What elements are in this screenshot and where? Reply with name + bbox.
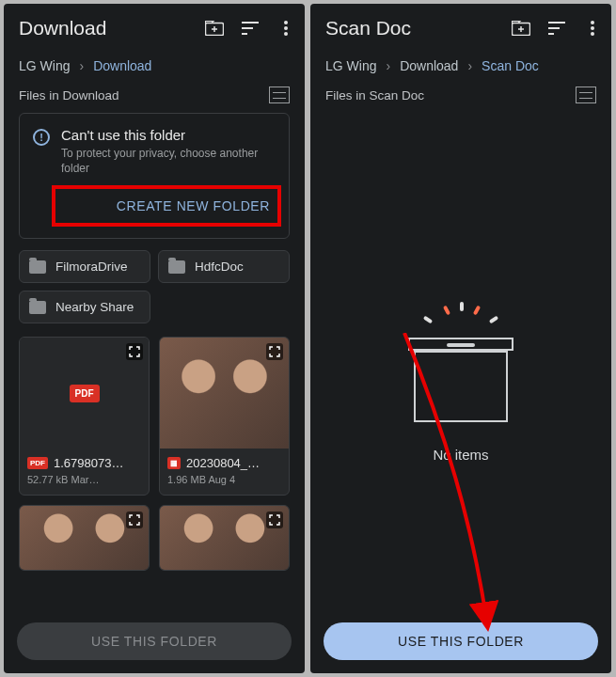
file-type-badge: PDF [27,457,48,469]
overflow-menu-icon[interactable] [583,19,602,38]
breadcrumb-mid[interactable]: Download [400,58,458,73]
breadcrumb: LG Wing › Download [4,53,305,87]
svg-point-3 [284,32,288,36]
folder-chip[interactable]: FilmoraDrive [19,250,150,283]
svg-point-6 [591,26,594,30]
file-name: 20230804_… [186,456,260,470]
svg-point-1 [284,21,288,24]
create-new-folder-button[interactable]: CREATE NEW FOLDER [109,195,277,217]
fullscreen-icon[interactable] [126,512,143,528]
svg-point-7 [591,32,594,36]
folder-name: FilmoraDrive [55,260,128,274]
create-folder-highlight: CREATE NEW FOLDER [52,185,281,227]
file-tile[interactable] [19,505,150,571]
file-picker-scan-doc: Scan Doc LG Wing › Download › Scan Doc F… [310,4,611,673]
privacy-heading: Can't use this folder [61,127,276,143]
folder-icon [29,301,46,314]
breadcrumb-root[interactable]: LG Wing [19,58,70,73]
bottom-bar: USE THIS FOLDER [310,611,611,673]
folder-name: HdfcDoc [195,260,244,274]
folder-chip[interactable]: HdfcDoc [158,250,290,283]
breadcrumb: LG Wing › Download › Scan Doc [310,53,611,87]
pdf-badge-icon: PDF [70,385,100,402]
new-folder-icon[interactable] [512,19,530,38]
file-thumbnail: PDF [20,338,149,449]
file-grid-row2 [19,505,290,571]
file-tile[interactable]: PDF PDF 1.6798073… 52.77 kB Mar… [19,337,150,496]
chevron-right-icon: › [79,58,84,73]
use-this-folder-button: USE THIS FOLDER [17,622,292,660]
page-title: Scan Doc [325,17,512,39]
files-in-label: Files in Scan Doc [325,88,424,102]
file-thumbnail [160,338,289,449]
files-in-label: Files in Download [19,88,119,102]
empty-state: No items [310,113,611,611]
file-name: 1.6798073… [54,456,123,470]
overflow-menu-icon[interactable] [276,19,295,38]
fullscreen-icon[interactable] [266,343,283,360]
file-tile[interactable]: ▦ 20230804_… 1.96 MB Aug 4 [159,337,290,496]
folder-chip[interactable]: Nearby Share [19,291,150,323]
file-type-badge: ▦ [167,457,181,469]
folder-icon [29,260,46,274]
file-thumbnail [160,506,289,570]
breadcrumb-current[interactable]: Scan Doc [482,58,539,73]
chevron-right-icon: › [467,58,472,73]
section-header: Files in Download [4,87,305,113]
folder-name: Nearby Share [55,300,134,314]
breadcrumb-current[interactable]: Download [93,58,151,73]
sort-icon[interactable] [547,19,566,38]
fullscreen-icon[interactable] [126,343,143,360]
file-meta: 1.96 MB Aug 4 [167,474,281,485]
file-thumbnail [20,506,149,570]
header-actions [205,19,295,38]
svg-point-5 [591,21,594,24]
header-actions [512,19,602,38]
file-grid: PDF PDF 1.6798073… 52.77 kB Mar… [19,337,290,496]
view-toggle-icon[interactable] [576,87,596,103]
no-items-label: No items [433,447,488,463]
folder-icon [168,260,185,274]
bottom-bar: USE THIS FOLDER [4,611,305,673]
file-tile[interactable] [159,505,290,571]
privacy-warning-box: ! Can't use this folder To protect your … [19,113,290,239]
file-picker-download: Download LG Wing › Download Files in Dow… [4,4,305,673]
header: Scan Doc [310,4,611,53]
section-header: Files in Scan Doc [310,87,611,113]
privacy-sub: To protect your privacy, choose another … [61,147,276,176]
view-toggle-icon[interactable] [269,87,290,103]
fullscreen-icon[interactable] [266,512,283,528]
breadcrumb-root[interactable]: LG Wing [325,58,376,73]
empty-box-icon [400,309,522,422]
chevron-right-icon: › [386,58,390,73]
use-this-folder-button[interactable]: USE THIS FOLDER [324,622,598,660]
header: Download [4,4,305,53]
file-meta: 52.77 kB Mar… [27,474,141,485]
new-folder-icon[interactable] [205,19,224,38]
folder-grid: FilmoraDrive HdfcDoc Nearby Share [19,250,290,323]
info-icon: ! [33,129,50,146]
svg-point-2 [284,26,288,30]
page-title: Download [19,17,205,39]
content-area: ! Can't use this folder To protect your … [4,113,305,611]
sort-icon[interactable] [241,19,260,38]
